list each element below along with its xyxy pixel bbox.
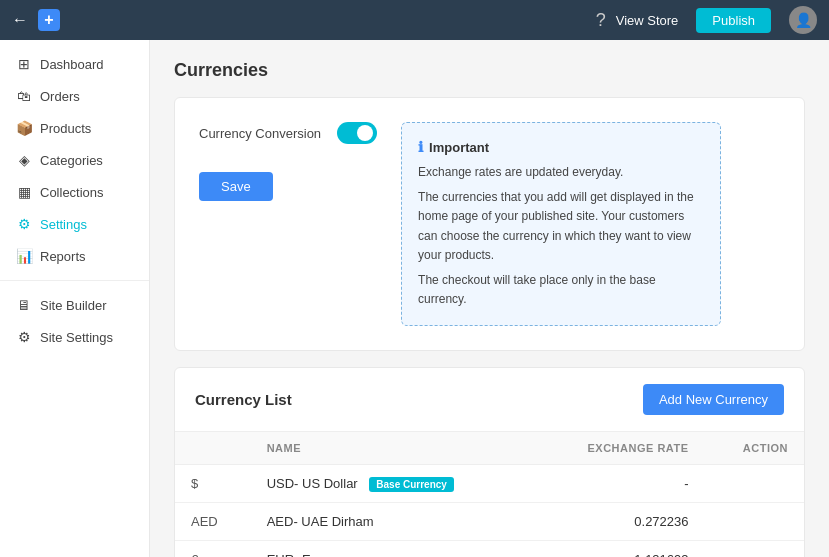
- currency-name: USD- US Dollar Base Currency: [251, 465, 533, 503]
- sidebar-item-label: Categories: [40, 153, 103, 168]
- table-row: € EUR- Euro 1.131693: [175, 541, 804, 557]
- sidebar-item-site-settings[interactable]: ⚙ Site Settings: [0, 321, 149, 353]
- back-button[interactable]: ←: [12, 11, 28, 29]
- currency-table: NAME EXCHANGE RATE ACTION $ USD- US Doll…: [175, 431, 804, 557]
- reports-icon: 📊: [16, 248, 32, 264]
- sidebar-item-label: Reports: [40, 249, 86, 264]
- info-icon: ℹ: [418, 139, 423, 155]
- list-header: Currency List Add New Currency: [175, 368, 804, 431]
- col-action: ACTION: [705, 432, 804, 465]
- info-box: ℹ Important Exchange rates are updated e…: [401, 122, 721, 326]
- topbar: ← + ? View Store Publish 👤: [0, 0, 829, 40]
- dashboard-icon: ⊞: [16, 56, 32, 72]
- site-settings-icon: ⚙: [16, 329, 32, 345]
- currency-list-card: Currency List Add New Currency NAME EXCH…: [174, 367, 805, 557]
- publish-button[interactable]: Publish: [696, 8, 771, 33]
- settings-icon: ⚙: [16, 216, 32, 232]
- sidebar-item-label: Settings: [40, 217, 87, 232]
- site-builder-icon: 🖥: [16, 297, 32, 313]
- currency-symbol: €: [175, 541, 251, 557]
- products-icon: 📦: [16, 120, 32, 136]
- exchange-rate: 0.272236: [533, 503, 704, 541]
- sidebar-item-orders[interactable]: 🛍 Orders: [0, 80, 149, 112]
- list-title: Currency List: [195, 391, 292, 408]
- content-area: Currencies Currency Conversion Save: [150, 40, 829, 557]
- sidebar-item-label: Orders: [40, 89, 80, 104]
- sidebar-item-label: Site Builder: [40, 298, 106, 313]
- view-store-button[interactable]: View Store: [616, 13, 679, 28]
- sidebar-item-label: Collections: [40, 185, 104, 200]
- sidebar-item-label: Dashboard: [40, 57, 104, 72]
- info-box-title: ℹ Important: [418, 139, 704, 155]
- sidebar-item-settings[interactable]: ⚙ Settings: [0, 208, 149, 240]
- currency-conversion-toggle[interactable]: [337, 122, 377, 144]
- col-rate: EXCHANGE RATE: [533, 432, 704, 465]
- action-cell: [705, 541, 804, 557]
- col-name: NAME: [251, 432, 533, 465]
- table-row: AED AED- UAE Dirham 0.272236: [175, 503, 804, 541]
- currency-conversion-card: Currency Conversion Save ℹ Important: [174, 97, 805, 351]
- currency-symbol: $: [175, 465, 251, 503]
- avatar: 👤: [789, 6, 817, 34]
- exchange-rate: -: [533, 465, 704, 503]
- add-button[interactable]: +: [38, 9, 60, 31]
- sidebar-divider: [0, 280, 149, 281]
- currency-name: EUR- Euro: [251, 541, 533, 557]
- exchange-rate: 1.131693: [533, 541, 704, 557]
- action-cell: [705, 465, 804, 503]
- sidebar: ⊞ Dashboard 🛍 Orders 📦 Products ◈ Catego…: [0, 40, 150, 557]
- sidebar-item-dashboard[interactable]: ⊞ Dashboard: [0, 48, 149, 80]
- base-currency-badge: Base Currency: [369, 477, 454, 492]
- categories-icon: ◈: [16, 152, 32, 168]
- sidebar-item-label: Products: [40, 121, 91, 136]
- info-line-2: The currencies that you add will get dis…: [418, 188, 704, 265]
- orders-icon: 🛍: [16, 88, 32, 104]
- col-symbol: [175, 432, 251, 465]
- sidebar-item-label: Site Settings: [40, 330, 113, 345]
- help-icon[interactable]: ?: [596, 10, 606, 31]
- save-button[interactable]: Save: [199, 172, 273, 201]
- currency-name: AED- UAE Dirham: [251, 503, 533, 541]
- currency-symbol: AED: [175, 503, 251, 541]
- sidebar-item-categories[interactable]: ◈ Categories: [0, 144, 149, 176]
- sidebar-item-products[interactable]: 📦 Products: [0, 112, 149, 144]
- info-line-1: Exchange rates are updated everyday.: [418, 163, 704, 182]
- conversion-label: Currency Conversion: [199, 126, 321, 141]
- table-row: $ USD- US Dollar Base Currency -: [175, 465, 804, 503]
- sidebar-item-site-builder[interactable]: 🖥 Site Builder: [0, 289, 149, 321]
- sidebar-item-collections[interactable]: ▦ Collections: [0, 176, 149, 208]
- sidebar-item-reports[interactable]: 📊 Reports: [0, 240, 149, 272]
- collections-icon: ▦: [16, 184, 32, 200]
- add-new-currency-button[interactable]: Add New Currency: [643, 384, 784, 415]
- info-line-3: The checkout will take place only in the…: [418, 271, 704, 309]
- page-title: Currencies: [174, 60, 805, 81]
- action-cell: [705, 503, 804, 541]
